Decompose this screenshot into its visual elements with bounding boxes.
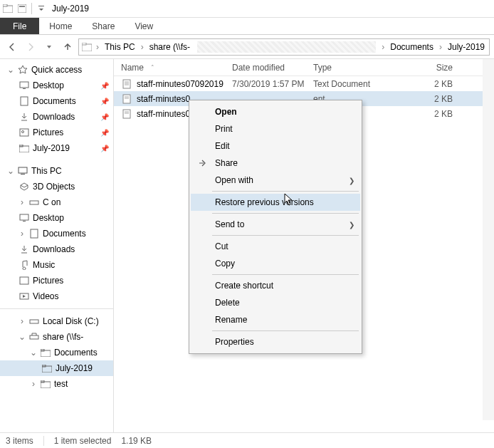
nav-quick-access[interactable]: ⌄ Quick access [0,62,113,78]
cm-print[interactable]: Print [191,120,360,137]
crumb-share[interactable]: share (\\fs- [147,42,193,52]
svg-rect-4 [38,6,44,6]
dropdown-icon[interactable] [35,2,48,15]
crumb-this-pc[interactable]: This PC [102,42,138,52]
cm-open-with[interactable]: Open with❯ [191,172,360,189]
crumb-documents[interactable]: Documents [387,42,436,52]
chevron-down-icon[interactable]: ⌄ [7,65,14,75]
chevron-right-icon[interactable]: › [140,42,145,52]
separator [31,3,32,14]
cm-label: Cut [215,241,228,251]
desktop-icon [19,80,30,91]
chevron-right-icon[interactable]: › [19,316,26,326]
svg-rect-22 [23,221,26,222]
separator [43,436,44,446]
forward-button[interactable] [23,39,38,55]
title-bar: July-2019 [0,0,494,18]
cm-properties[interactable]: Properties [191,333,360,350]
nav-videos[interactable]: Videos [0,288,113,304]
col-date[interactable]: Date modified [232,63,313,73]
chevron-right-icon[interactable]: › [30,379,37,389]
document-icon [28,228,40,239]
chevron-down-icon[interactable]: ⌄ [19,332,26,342]
address-bar[interactable]: › This PC › share (\\fs- › Documents › J… [78,38,490,56]
col-label: Name [121,63,144,73]
nav-documents[interactable]: ›Documents [0,226,113,241]
file-name: staff-minutes07092019 [137,79,224,89]
crumb-july[interactable]: July-2019 [445,42,488,52]
col-type[interactable]: Type [313,63,404,73]
nav-share-july[interactable]: July-2019 [0,360,113,376]
tab-share[interactable]: Share [82,18,125,34]
nav-qa-downloads[interactable]: Downloads📌 [0,109,113,125]
chevron-right-icon[interactable]: › [19,229,26,239]
cm-copy[interactable]: Copy [191,255,360,272]
crumb-redacted [197,41,376,53]
svg-rect-42 [123,110,130,118]
nav-c-on[interactable]: ›C on [0,194,113,210]
cm-edit[interactable]: Edit [191,137,360,155]
nav-qa-desktop[interactable]: Desktop📌 [0,78,113,93]
text-file-icon [121,93,132,105]
chevron-right-icon[interactable]: › [380,42,386,52]
svg-rect-24 [20,277,28,284]
navigation-pane[interactable]: ⌄ Quick access Desktop📌 Documents📌 Downl… [0,59,114,436]
chevron-right-icon[interactable]: › [438,42,443,52]
nav-music[interactable]: Music [0,257,113,273]
folder-icon [19,142,30,154]
cm-restore-previous-versions[interactable]: Restore previous versions [191,194,360,211]
cm-share[interactable]: Share [191,155,360,172]
star-icon [17,64,28,75]
nav-3dobjects[interactable]: 3D Objects [0,179,113,194]
file-type: Text Document [313,79,404,89]
nav-desktop[interactable]: Desktop [0,210,113,226]
nav-local-disk[interactable]: ›Local Disk (C:) [0,313,113,329]
nav-share-documents[interactable]: ⌄Documents [0,345,113,360]
cm-create-shortcut[interactable]: Create shortcut [191,277,360,294]
nav-qa-july[interactable]: July-2019📌 [0,140,113,156]
file-row[interactable]: staff-minutes07092019 7/30/2019 1:57 PM … [114,76,494,91]
cm-delete[interactable]: Delete [191,294,360,311]
svg-rect-13 [20,129,28,136]
column-headers[interactable]: Name˄ Date modified Type Size [114,59,494,76]
separator [212,213,359,214]
svg-rect-1 [3,4,7,6]
nav-qa-documents[interactable]: Documents📌 [0,93,113,109]
svg-rect-17 [19,167,27,173]
music-icon [19,259,30,271]
cm-send-to[interactable]: Send to❯ [191,216,360,233]
vertical-scrollbar[interactable] [483,59,494,420]
pin-icon: 📌 [100,82,109,90]
back-button[interactable] [4,39,20,55]
nav-share-test[interactable]: ›test [0,376,113,392]
svg-marker-26 [23,295,26,298]
svg-rect-11 [23,88,26,89]
cm-open[interactable]: Open [191,103,360,120]
nav-qa-pictures[interactable]: Pictures📌 [0,125,113,140]
chevron-down-icon[interactable]: ⌄ [7,166,14,176]
tab-view[interactable]: View [125,18,163,34]
svg-rect-8 [82,43,86,45]
nav-share[interactable]: ⌄share (\\fs- [0,329,113,345]
chevron-down-icon[interactable]: ⌄ [30,348,37,358]
tab-file[interactable]: File [0,18,39,34]
history-dropdown-icon[interactable] [41,39,57,55]
cm-cut[interactable]: Cut [191,238,360,255]
svg-rect-10 [20,82,28,88]
up-button[interactable] [60,39,75,55]
cm-label: Properties [215,337,254,347]
nav-label: Downloads [33,244,75,254]
folder-icon [40,378,51,390]
nav-this-pc[interactable]: ⌄ This PC [0,163,113,179]
tab-home[interactable]: Home [39,18,82,34]
cm-rename[interactable]: Rename [191,311,360,328]
nav-downloads[interactable]: Downloads [0,241,113,257]
nav-pictures[interactable]: Pictures [0,273,113,288]
nav-label: C on [43,197,61,207]
col-size[interactable]: Size [404,63,460,73]
properties-icon[interactable] [16,2,28,15]
share-icon [196,157,208,169]
chevron-right-icon[interactable]: › [95,42,100,52]
chevron-right-icon[interactable]: › [19,197,26,207]
col-name[interactable]: Name˄ [121,63,232,73]
